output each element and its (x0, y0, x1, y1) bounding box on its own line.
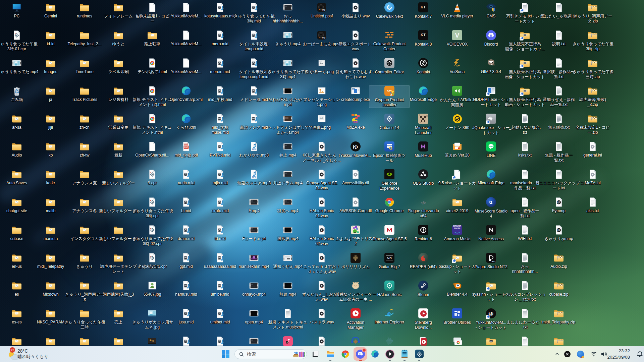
svg-text:LINE: LINE (489, 145, 493, 147)
svg-text:MoZA: MoZA (354, 121, 358, 123)
svg-text:sfz: sfz (421, 200, 426, 205)
svg-text:z: z (641, 351, 642, 353)
